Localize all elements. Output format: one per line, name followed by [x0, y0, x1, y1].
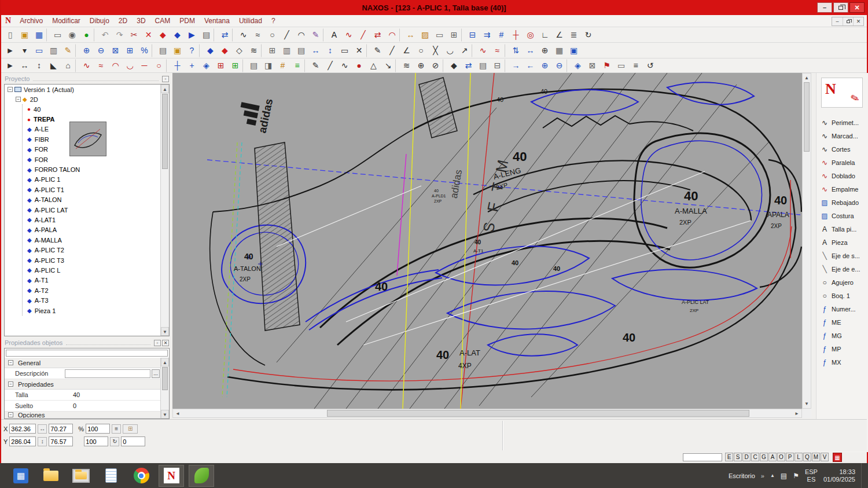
scrollbar-thumb[interactable] [327, 410, 749, 417]
open-file-icon[interactable]: ▣ [17, 28, 32, 42]
point-icon[interactable]: ● [352, 59, 366, 72]
zoom-minus-icon[interactable]: ⊖ [552, 59, 567, 72]
separator[interactable] [472, 44, 476, 57]
refresh-icon[interactable]: ↻ [581, 28, 595, 42]
cross-icon[interactable]: ┼ [509, 28, 523, 42]
polyline-icon[interactable]: ╱ [385, 44, 399, 57]
section-propiedades[interactable]: − Propiedades [5, 379, 169, 390]
columns-icon[interactable]: ▥ [279, 44, 294, 57]
piece-red-icon[interactable]: ◆ [156, 28, 170, 42]
separator[interactable] [242, 59, 247, 72]
scroll-down-icon[interactable]: ▼ [803, 399, 811, 408]
y-coordinate-field[interactable] [9, 436, 36, 446]
line-icon[interactable]: ╱ [279, 28, 294, 42]
scroll-left-icon[interactable]: ◄ [173, 411, 182, 416]
taskbar-green-app-button[interactable] [189, 465, 214, 487]
menu-item[interactable]: 3D [132, 15, 150, 27]
seam-icon[interactable]: ≈ [490, 44, 505, 57]
preview-icon[interactable]: ◉ [65, 28, 79, 42]
tool-item[interactable]: ƒ MX [816, 355, 868, 369]
erase-icon[interactable]: ✕ [352, 44, 366, 57]
tool-item[interactable]: ╲ Eje de e... [816, 262, 868, 276]
arrow-se-icon[interactable]: ↘ [381, 59, 395, 72]
language-indicator[interactable]: ESP ES [805, 468, 818, 483]
collapse-icon[interactable]: − [8, 412, 13, 417]
triangle-icon[interactable]: △ [366, 59, 381, 72]
book-icon[interactable]: ▣ [170, 44, 185, 57]
tool-item[interactable]: ∿ Cortes [816, 142, 868, 156]
tool-item[interactable]: ∿ Perimet... [816, 116, 868, 129]
scroll-down-icon[interactable]: ▼ [161, 410, 169, 419]
tree-item[interactable]: ◆ A-PLIC T1 [23, 185, 169, 195]
separator[interactable] [395, 59, 399, 72]
tool-item[interactable]: ∿ Marcad... [816, 129, 868, 142]
add-node-icon[interactable]: ⊕ [538, 44, 552, 57]
separator[interactable] [75, 44, 79, 57]
properties-dock-button[interactable]: ▫ [154, 340, 161, 346]
tool-item[interactable]: ƒ Numer... [816, 302, 868, 315]
tree-item[interactable]: ◆ A-PLIC 1 [23, 175, 169, 185]
measure-h-icon[interactable]: ↔ [17, 59, 32, 72]
redo-icon[interactable]: ↷ [112, 28, 127, 42]
properties-scrollbar[interactable]: ▲ ▼ [160, 358, 169, 419]
project-tree-scrollbar[interactable]: ▲ ▼ [160, 85, 169, 336]
angle-icon[interactable]: ∠ [552, 28, 567, 42]
scrollbar-thumb[interactable] [162, 367, 168, 390]
tree-item[interactable]: ◆ A-LAT1 [23, 215, 169, 225]
taskbar-file-explorer-button[interactable] [38, 465, 64, 487]
zoom-out-icon[interactable]: ⊖ [94, 44, 108, 57]
zoom-plus-icon[interactable]: ⊕ [538, 59, 552, 72]
separator[interactable] [46, 28, 50, 42]
piece-blue-icon[interactable]: ◆ [170, 28, 185, 42]
diameter-icon[interactable]: ⊘ [428, 59, 443, 72]
wave-red-icon[interactable]: ∿ [476, 44, 490, 57]
separator[interactable] [75, 59, 79, 72]
mdi-close-button[interactable]: ✕ [853, 17, 863, 25]
add-icon[interactable]: + [185, 59, 199, 72]
diamond-outline-icon[interactable]: ◇ [232, 44, 247, 57]
zoom-x-field[interactable] [86, 424, 110, 434]
waves-icon[interactable]: ≋ [247, 44, 261, 57]
flag-tray-icon[interactable]: ⚑ [793, 472, 799, 480]
scroll-up-icon[interactable]: ▲ [161, 85, 169, 93]
desktop-toolbar-label[interactable]: Escritorio [729, 472, 755, 479]
plus-circle-icon[interactable]: ⊕ [414, 59, 428, 72]
suelto-value[interactable]: 0 [73, 402, 169, 409]
mdi-restore-button[interactable] [843, 17, 853, 25]
print-icon[interactable]: ▭ [50, 28, 65, 42]
chevron-icon[interactable]: » [761, 472, 764, 479]
boxed-x-icon[interactable]: ⊠ [585, 59, 599, 72]
menu-item[interactable]: Utilidad [234, 15, 267, 27]
slash-icon[interactable]: ╱ [323, 59, 337, 72]
stamp-icon[interactable]: ▣ [567, 44, 581, 57]
tree-group-2d[interactable]: − ◆ 2D [5, 94, 169, 104]
reset-icon[interactable]: ↺ [643, 59, 657, 72]
separator[interactable] [304, 59, 308, 72]
size-letter-button[interactable]: V [821, 453, 829, 461]
arc2-icon[interactable]: ◡ [443, 44, 457, 57]
tool-item[interactable]: ƒ MG [816, 329, 868, 342]
curve-icon[interactable]: ∿ [236, 28, 251, 42]
rotation-field[interactable] [121, 436, 145, 446]
diamond-blue-icon[interactable]: ◆ [203, 44, 218, 57]
grid-green-icon[interactable]: ⊞ [228, 59, 242, 72]
size-letter-button[interactable]: L [795, 453, 803, 461]
scroll-up-icon[interactable]: ▲ [161, 358, 169, 366]
tree-item[interactable]: ◆ A-T1 [23, 276, 169, 285]
separator[interactable] [94, 28, 98, 42]
zoom-in-icon[interactable]: ⊕ [79, 44, 94, 57]
arc-icon[interactable]: ◠ [294, 28, 308, 42]
collapse-icon[interactable]: − [8, 381, 13, 387]
size-letter-button[interactable]: D [742, 453, 751, 461]
pencil-icon[interactable]: ✎ [308, 28, 323, 42]
menu-item[interactable]: Archivo [15, 15, 47, 27]
size-letter-button[interactable]: O [777, 453, 785, 461]
layers2-icon[interactable]: ▥ [46, 44, 61, 57]
stretch-h-icon[interactable]: ↔ [308, 44, 323, 57]
target-icon[interactable]: ◎ [523, 28, 538, 42]
tool-item[interactable]: ▨ Rebajado [816, 196, 868, 209]
scroll-right-icon[interactable]: ► [792, 411, 801, 416]
arc-red-up-icon[interactable]: ◠ [108, 59, 123, 72]
tool-item[interactable]: ∿ Paralela [816, 156, 868, 169]
edit-icon[interactable]: ✎ [61, 44, 75, 57]
